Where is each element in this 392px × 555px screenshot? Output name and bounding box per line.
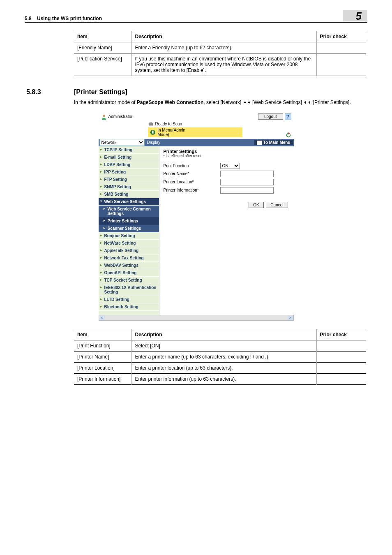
shot-navbar: Network Display To Main Menu [99,139,294,146]
cell-desc: If you use this machine in an environmen… [131,53,316,76]
sidebar-item-openapi[interactable]: OpenAPI Setting [99,269,159,277]
sidebar-item-bonjour[interactable]: Bonjour Setting [99,232,159,240]
cell-prior [316,42,366,53]
running-head: 5.8 Using the WS print function 5 [25,10,367,23]
home-icon [257,141,262,145]
table-row: [Printer Location] Enter a printer locat… [74,362,366,373]
user-icon [101,114,107,120]
cell-desc: Enter a Friendly Name (up to 62 characte… [131,42,316,53]
label-printer-location: Printer Location* [164,180,217,184]
input-printer-location[interactable] [220,179,274,185]
sidebar-item-lltd[interactable]: LLTD Setting [99,296,159,303]
svg-rect-1 [148,123,152,125]
sidebar-item-ipp[interactable]: IPP Setting [99,169,159,176]
th-prior: Prior check [316,31,366,42]
sidebar-item-tcpip[interactable]: TCP/IP Setting [99,146,159,154]
th-desc: Description [131,329,316,340]
to-main-menu-button[interactable]: To Main Menu [254,140,293,145]
sidebar: TCP/IP Setting E-mail Setting LDAP Setti… [99,146,159,315]
admin-mode-label: In Menu(Admin Mode) [157,128,193,137]
label-printer-name: Printer Name* [164,171,217,176]
cell-prior [316,351,366,362]
body-paragraph: In the administrator mode of PageScope W… [74,99,366,106]
cell-item: [Publication Service] [74,53,131,76]
sidebar-item-netfax[interactable]: Network Fax Setting [99,254,159,262]
content-note: * is reflected after reset. [164,154,290,158]
cell-item: [Printer Location] [74,362,131,373]
category-select[interactable]: Network [99,139,145,146]
help-button[interactable]: ? [285,113,291,120]
scroll-right-icon[interactable]: > [288,315,293,320]
svg-point-0 [103,115,105,117]
runhead-section: 5.8 [25,16,32,21]
table-printer-settings: Item Description Prior check [Print Func… [74,329,366,385]
cell-item: [Print Function] [74,340,131,351]
th-item: Item [74,31,131,42]
body-post: , select [Network] ➧➧ [Web Service Setti… [203,99,351,105]
svg-rect-4 [152,130,153,132]
content-title: Printer Settings [164,149,290,154]
embedded-screenshot: Administrator Logout ? Ready to Scan In … [99,112,294,321]
body-pre: In the administrator mode of [74,99,137,105]
sidebar-item-snmp[interactable]: SNMP Setting [99,183,159,191]
table-row: [Friendly Name] Enter a Friendly Name (u… [74,42,366,53]
cell-item: [Printer Name] [74,351,131,362]
sidebar-item-smb[interactable]: SMB Setting [99,191,159,198]
sidebar-item-email[interactable]: E-mail Setting [99,154,159,161]
logout-button[interactable]: Logout [258,113,283,120]
administrator-label: Administrator [108,114,133,119]
sidebar-item-ldap[interactable]: LDAP Setting [99,161,159,169]
runhead-title: Using the WS print function [37,16,102,21]
table-row: [Printer Name] Enter a printer name (up … [74,351,366,362]
horizontal-scrollbar[interactable]: < > [99,315,294,321]
ok-button[interactable]: OK [249,202,263,208]
cell-prior [316,373,366,384]
chapter-badge: 5 [343,10,367,21]
select-print-function[interactable]: ON [220,163,240,169]
svg-rect-5 [152,133,153,134]
cell-prior [316,340,366,351]
sidebar-item-netware[interactable]: NetWare Setting [99,240,159,247]
input-printer-name[interactable] [220,171,274,177]
cell-prior [316,53,366,76]
section-heading: 5.8.3 [Printer Settings] [25,88,367,96]
cell-item: [Printer Information] [74,373,131,384]
sidebar-item-appletalk[interactable]: AppleTalk Setting [99,247,159,254]
to-main-label: To Main Menu [263,140,291,145]
cell-desc: Enter a printer location (up to 63 chara… [131,362,316,373]
table-friendly-name: Item Description Prior check [Friendly N… [74,31,366,76]
label-printer-info: Printer Information* [164,188,217,192]
sidebar-sub-ws-scanner[interactable]: Scanner Settings [99,225,159,232]
sidebar-item-tcpsocket[interactable]: TCP Socket Setting [99,277,159,284]
scroll-left-icon[interactable]: < [99,315,105,320]
display-label: Display [145,140,161,145]
sidebar-item-ieee[interactable]: IEEE802.1X Authentication Setting [99,284,159,296]
ready-status: Ready to Scan [155,122,182,126]
th-prior: Prior check [316,329,366,340]
sidebar-item-bluetooth[interactable]: Bluetooth Setting [99,303,159,311]
table-row: [Printer Information] Enter printer info… [74,373,366,384]
cell-item: [Friendly Name] [74,42,131,53]
sidebar-item-webdav[interactable]: WebDAV Settings [99,262,159,269]
cell-desc: Select [ON]. [131,340,316,351]
svg-rect-2 [149,122,152,123]
sidebar-sub-ws-printer[interactable]: Printer Settings [99,217,159,225]
cell-desc: Enter printer information (up to 63 char… [131,373,316,384]
content-pane: Printer Settings * is reflected after re… [159,146,294,315]
th-desc: Description [131,31,316,42]
label-print-function: Print Function [164,164,217,168]
cancel-button[interactable]: Cancel [266,202,288,208]
sidebar-item-webservice[interactable]: Web Service Settings [99,198,159,206]
cell-prior [316,362,366,373]
sidebar-item-ftp[interactable]: FTP Setting [99,176,159,183]
cell-desc: Enter a printer name (up to 63 character… [131,351,316,362]
body-bold: PageScope Web Connection [137,99,203,105]
input-printer-info[interactable] [220,187,274,194]
table-row: [Print Function] Select [ON]. [74,340,366,351]
printer-icon [148,122,154,127]
section-number: 5.8.3 [25,88,74,96]
refresh-icon[interactable] [286,132,291,138]
th-item: Item [74,329,131,340]
sidebar-sub-ws-common[interactable]: Web Service Common Settings [99,206,159,217]
admin-mode-icon [150,129,156,136]
